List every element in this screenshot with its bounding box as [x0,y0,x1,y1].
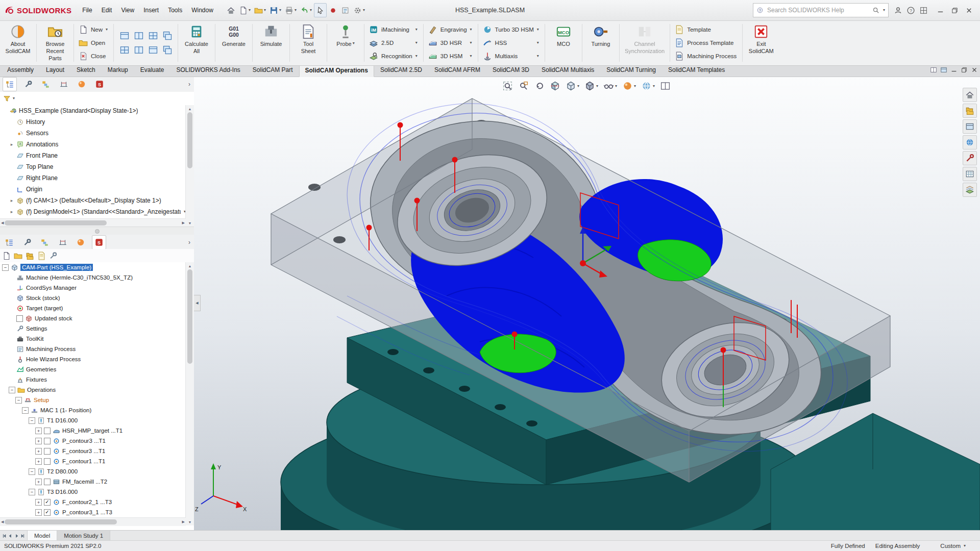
turning-button[interactable]: Turning [584,21,618,64]
panel-tab-configuration-manager[interactable] [38,236,52,249]
open-folder-button[interactable] [14,252,22,260]
recognition-button[interactable]: Recognition▾ [367,50,421,63]
expand-box-icon[interactable]: + [35,448,42,455]
browse-recent-parts-button[interactable]: Browse Recent Parts [38,21,72,64]
operation-checkbox[interactable] [44,428,51,434]
cam-tree-item[interactable]: Settings [0,323,186,334]
feature-tree-item[interactable]: ▸(f) DesignModel<1> (Standard<<Standard>… [0,206,186,217]
panel-tab-solidcam-manager[interactable]: S [92,235,106,249]
pane-grid-button[interactable] [146,29,160,43]
section-view-button[interactable] [548,79,562,93]
panel-expand-chevron[interactable]: › [188,239,191,246]
split-pane-button[interactable] [658,79,673,93]
open-folder-button[interactable]: ▾ [253,4,267,17]
feature-tree-item[interactable]: Front Plane [0,150,186,161]
display-pane-button[interactable] [963,119,977,134]
operation-checkbox[interactable]: ✓ [44,509,51,516]
hss-button[interactable]: HSS▾ [481,37,542,49]
table-button[interactable] [963,167,977,181]
scroll-up-icon[interactable]: ▲ [188,105,192,112]
window-grid-button[interactable] [918,4,929,17]
pane-button[interactable] [117,29,131,43]
search-input[interactable] [766,6,870,14]
collapse-box-icon[interactable]: − [22,407,29,414]
menu-tools[interactable]: Tools [163,4,187,16]
cam-tree-item[interactable]: +HSR_HMP_target ...T1 [0,425,186,436]
win-close-button[interactable] [971,66,978,73]
turbo-3d-hsm-button[interactable]: Turbo 3D HSM▾ [481,23,542,36]
imachining-button[interactable]: iMiMachining▾ [367,23,421,36]
calculate-all-button[interactable]: Calculate All [180,21,213,64]
cam-tree-item[interactable]: −MAC 1 (1- Position) [0,405,186,415]
cam-tree-item[interactable]: Stock (stock) [0,293,186,303]
solidcam-tree-hscrollbar[interactable]: ◀ ▶ [0,517,186,526]
user-button[interactable] [892,4,904,17]
folder-stack-button[interactable] [26,252,34,260]
feature-tree-item[interactable]: Origin [0,184,186,195]
scroll-down-icon[interactable]: ▼ [188,219,192,227]
expand-box-icon[interactable]: + [35,509,42,516]
cam-tree-item[interactable]: Fixtures [0,374,186,385]
panel-collapse-button[interactable]: ◀ [194,295,201,311]
view-settings-button[interactable]: ▾ [639,79,657,93]
panel-tab-feature-manager[interactable] [3,236,16,249]
pane-grid-button[interactable] [117,43,131,57]
study-tab-motion-study-1[interactable]: Motion Study 1 [57,531,110,541]
win-close-button[interactable] [962,3,976,17]
save-button[interactable]: ▾ [268,4,283,17]
globe-button[interactable] [963,135,977,149]
tab-next-button[interactable] [14,533,19,539]
tab-solidcam-operations[interactable]: SolidCAM Operations [299,64,374,77]
cam-tree-item[interactable]: +✓P_contour3_1 ...T3 [0,507,186,517]
expand-arrow-icon[interactable]: ▸ [9,209,14,214]
tab-prev-button[interactable] [8,533,13,539]
cam-tree-item[interactable]: +FM_facemill ...T2 [0,477,186,487]
about-solidcam-button[interactable]: About SolidCAM [1,21,35,64]
collapse-box-icon[interactable]: − [9,387,15,393]
panel-tab-solidcam-manager[interactable]: S [93,78,106,91]
chevron-down-icon[interactable]: ▾ [883,8,885,12]
cam-tree-item[interactable]: Target (target) [0,303,186,313]
display-pane-button[interactable] [940,66,947,73]
template-button[interactable]: Template [673,23,740,36]
home-button[interactable] [963,88,977,102]
3d-hsr-button[interactable]: 3D HSR▾ [426,37,475,49]
2-5d-button[interactable]: 2.5D▾ [367,37,421,49]
select-cursor-button[interactable] [314,3,327,17]
expand-box-icon[interactable]: + [35,438,42,444]
feature-tree-item[interactable]: HSS_Example (Standard<Display State-1>) [0,105,186,116]
macro-record-button[interactable] [327,4,339,17]
appearance-ball-button[interactable]: ▾ [620,79,638,93]
win-restore-button[interactable] [961,66,968,73]
feature-tree-item[interactable]: Right Plane [0,172,186,184]
operation-checkbox[interactable] [44,438,51,444]
panel-tab-feature-manager[interactable] [3,77,17,91]
scroll-thumb[interactable] [5,220,107,226]
multiaxis-button[interactable]: Multiaxis▾ [481,50,542,63]
cam-tree-item[interactable]: −Operations [0,385,186,395]
3d-scene[interactable]: Y X Z [194,77,980,531]
pane-v-button[interactable] [132,43,145,57]
simulate-button[interactable]: Simulate [254,21,288,64]
view-cube-button[interactable]: ▾ [564,79,581,93]
menu-file[interactable]: File [78,4,96,16]
zoom-fit-button[interactable] [500,79,515,93]
cam-tree-item[interactable]: Hole Wizard Process [0,354,186,364]
collapse-box-icon[interactable]: − [29,489,35,495]
cam-tree-item[interactable]: +P_contour3 ...T1 [0,436,186,446]
scroll-thumb[interactable] [187,112,192,168]
panel-tab-configuration-manager[interactable] [39,78,53,91]
3d-hsm-button[interactable]: 3D HSM▾ [426,50,475,63]
new-doc-button[interactable]: ▾ [237,4,252,17]
menu-window[interactable]: Window [187,4,218,16]
cam-tree-item[interactable]: Geometries [0,364,186,374]
tab-first-button[interactable] [2,533,7,539]
view-previous-button[interactable] [532,79,547,93]
new-button[interactable]: New▾ [77,23,111,36]
close-button[interactable]: Close [77,50,111,63]
expand-box-icon[interactable]: + [35,428,42,434]
win-min-button[interactable] [933,3,947,17]
pane-cascade-button[interactable] [160,29,174,43]
panel-expand-chevron[interactable]: › [188,81,191,88]
help-search[interactable]: ? ▾ [753,3,889,17]
